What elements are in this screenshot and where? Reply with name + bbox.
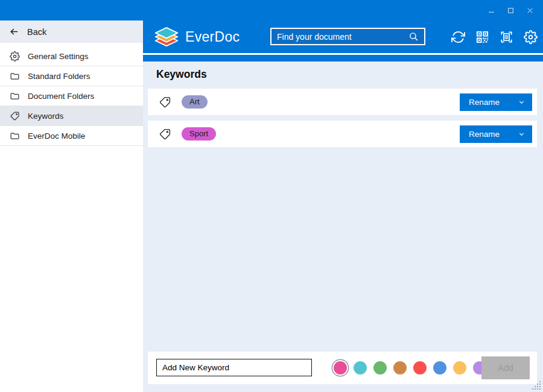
color-swatch-orange[interactable] (393, 361, 407, 375)
color-swatch-blue[interactable] (433, 361, 446, 375)
add-button[interactable]: Add (481, 356, 530, 379)
keyword-row-art: Art Rename (148, 89, 537, 115)
close-icon (526, 7, 534, 14)
rename-button[interactable]: Rename (460, 125, 532, 143)
folder-icon (10, 131, 20, 141)
app-name: EverDoc (185, 29, 240, 45)
sidebar-item-general-settings[interactable]: General Settings (0, 46, 143, 66)
chevron-down-icon (518, 99, 525, 106)
maximize-icon (507, 7, 515, 14)
rename-button[interactable]: Rename (460, 93, 532, 111)
settings-gear-icon[interactable] (523, 30, 538, 44)
color-palette (334, 361, 486, 375)
gear-icon (10, 51, 20, 62)
keywords-panel: Keywords Art Rename Sport (143, 62, 543, 392)
scan-document-icon[interactable] (499, 30, 513, 44)
rename-label: Rename (469, 130, 500, 139)
qr-code-icon[interactable] (475, 30, 489, 44)
color-swatch-red[interactable] (413, 361, 427, 375)
sidebar-item-label: EverDoc Mobile (28, 131, 85, 141)
tag-icon (159, 96, 171, 109)
settings-sidebar: Back General Settings Standard Folders (0, 21, 143, 392)
sidebar-item-label: Document Folders (28, 92, 94, 101)
back-button[interactable]: Back (0, 21, 143, 43)
add-keyword-panel: Add (148, 352, 537, 384)
keyword-chip: Art (182, 95, 208, 109)
sidebar-menu: General Settings Standard Folders Docume… (0, 46, 143, 146)
sidebar-item-document-folders[interactable]: Document Folders (0, 86, 143, 106)
keyword-row-sport: Sport Rename (148, 121, 537, 147)
color-swatch-amber[interactable] (453, 361, 466, 375)
sidebar-item-label: Standard Folders (28, 72, 91, 81)
titlebar[interactable] (0, 0, 543, 21)
minimize-icon (487, 7, 495, 14)
everdoc-logo-icon (153, 26, 180, 48)
new-keyword-input[interactable] (156, 359, 312, 376)
app-header: EverDoc (143, 21, 543, 53)
tag-icon (159, 128, 171, 141)
sync-icon[interactable] (451, 30, 465, 44)
rename-label: Rename (469, 98, 500, 107)
arrow-left-icon (9, 27, 19, 37)
color-swatch-pink[interactable] (334, 361, 347, 375)
color-swatch-teal[interactable] (354, 361, 367, 375)
header-actions (451, 21, 538, 53)
color-swatch-green[interactable] (373, 361, 387, 375)
app-brand: EverDoc (153, 26, 240, 48)
close-button[interactable] (520, 0, 539, 21)
chevron-down-icon (518, 131, 525, 138)
search-icon[interactable] (408, 31, 419, 42)
header-accent-strip (143, 55, 543, 62)
sidebar-item-label: Keywords (28, 112, 63, 121)
minimize-button[interactable] (481, 0, 501, 21)
sidebar-item-label: General Settings (28, 52, 89, 61)
maximize-button[interactable] (501, 0, 520, 21)
folder-icon (10, 91, 20, 101)
sidebar-item-keywords[interactable]: Keywords (0, 106, 143, 126)
sidebar-item-everdoc-mobile[interactable]: EverDoc Mobile (0, 126, 143, 146)
search-box (270, 28, 425, 45)
resize-grip[interactable] (531, 380, 542, 391)
page-title: Keywords (156, 68, 207, 81)
sidebar-item-standard-folders[interactable]: Standard Folders (0, 66, 143, 86)
back-label: Back (27, 27, 46, 37)
everdoc-window: Back General Settings Standard Folders (0, 0, 543, 392)
search-input[interactable] (277, 32, 408, 42)
window-controls (481, 0, 539, 21)
folder-icon (10, 71, 20, 81)
keyword-list: Art Rename Sport Rename (148, 89, 537, 153)
tag-icon (10, 111, 20, 121)
keyword-chip: Sport (182, 127, 216, 141)
